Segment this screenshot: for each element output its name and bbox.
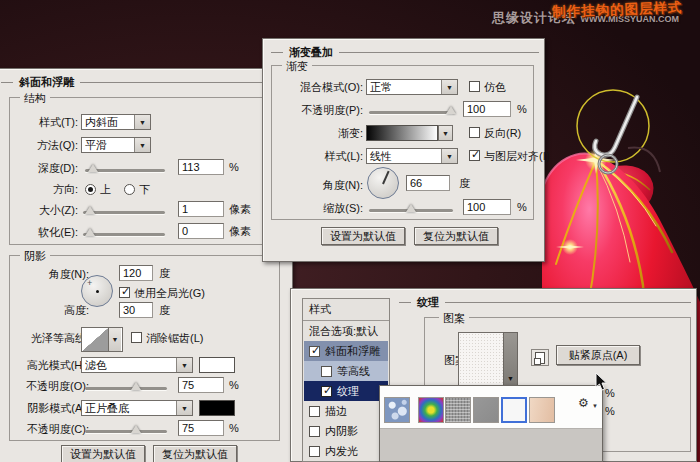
size-slider-track[interactable]: [83, 211, 165, 214]
list-item-blending-options[interactable]: 混合选项:默认: [304, 321, 388, 341]
bevel-style-select[interactable]: 内斜面 ▼: [81, 114, 151, 130]
checkbox-icon[interactable]: [309, 446, 320, 457]
blend-mode-select[interactable]: 正常 ▼: [366, 79, 458, 95]
new-pattern-icon[interactable]: [531, 349, 549, 366]
shadow-opacity-thumb[interactable]: [131, 425, 141, 433]
reverse-checkbox[interactable]: [469, 127, 480, 138]
direction-up-label: 上: [100, 183, 111, 196]
gradient-swatch[interactable]: [366, 125, 438, 141]
bevel-style-value: 内斜面: [82, 115, 134, 129]
gear-icon[interactable]: ⚙: [578, 397, 589, 409]
direction-up-radio[interactable]: [85, 184, 96, 195]
checkbox-icon[interactable]: [321, 366, 332, 377]
chevron-down-icon[interactable]: ▼: [439, 126, 452, 140]
gradient-opacity-input[interactable]: 100: [463, 101, 511, 117]
pattern-thumb-blue-bubbles[interactable]: [384, 397, 410, 423]
gradient-style-label: 样式(L):: [271, 150, 363, 163]
list-item-label: 描边: [325, 404, 347, 419]
list-item-texture[interactable]: 纹理: [304, 381, 388, 401]
chevron-down-icon[interactable]: ▼: [176, 401, 192, 415]
list-item-label: 斜面和浮雕: [325, 344, 380, 359]
scale-unit: %: [517, 201, 527, 214]
gradient-opacity-unit: %: [517, 103, 527, 116]
reverse-label: 反向(R): [484, 127, 521, 140]
gradient-picker-dropdown[interactable]: ▼: [438, 125, 453, 141]
pattern-thumb-gray-noise[interactable]: [473, 397, 499, 423]
highlight-opacity-unit: %: [229, 379, 239, 392]
list-item-label: 等高线: [337, 364, 370, 379]
depth-input[interactable]: 113: [178, 159, 224, 175]
gradient-opacity-track[interactable]: [369, 111, 453, 114]
shadow-mode-select[interactable]: 正片叠底 ▼: [81, 400, 193, 416]
checkbox-icon[interactable]: [321, 386, 332, 397]
pattern-thumb-white-selected[interactable]: [501, 397, 527, 423]
gradient-reset-default-button[interactable]: 复位为默认值: [414, 227, 498, 245]
size-label: 大小(Z):: [0, 204, 78, 217]
depth-slider-thumb[interactable]: [88, 164, 98, 172]
highlight-opacity-input[interactable]: 75: [178, 377, 224, 393]
blend-mode-value: 正常: [367, 80, 441, 94]
dither-checkbox[interactable]: [469, 81, 480, 92]
pattern-thumb-tie-dye[interactable]: [418, 397, 444, 423]
list-item-stroke[interactable]: 描边: [304, 401, 388, 421]
align-layer-checkbox[interactable]: [469, 150, 480, 161]
gloss-contour-swatch[interactable]: [81, 327, 109, 352]
size-input[interactable]: 1: [178, 201, 224, 217]
scale-input[interactable]: 100: [463, 199, 511, 215]
gloss-contour-dropdown[interactable]: ▼: [109, 327, 123, 352]
size-slider-thumb[interactable]: [85, 206, 95, 214]
highlight-color-swatch[interactable]: [199, 357, 235, 373]
altitude-input[interactable]: 30: [119, 302, 153, 318]
chevron-down-icon[interactable]: ▼: [592, 403, 598, 409]
antialias-label: 消除锯齿(L): [146, 332, 203, 345]
pattern-thumb-tan[interactable]: [529, 397, 555, 423]
global-light-label: 使用全局光(G): [134, 287, 205, 300]
chevron-down-icon[interactable]: ▼: [441, 149, 457, 163]
antialias-checkbox[interactable]: [131, 332, 142, 343]
gradient-angle-dial[interactable]: [367, 167, 399, 199]
scale-thumb[interactable]: [406, 204, 416, 212]
chevron-down-icon[interactable]: ▼: [441, 80, 457, 94]
soften-slider-track[interactable]: [83, 233, 165, 236]
gradient-angle-input[interactable]: 66: [406, 175, 450, 191]
bevel-reset-default-button[interactable]: 复位为默认值: [153, 445, 237, 462]
shadow-color-swatch[interactable]: [199, 400, 235, 416]
snap-to-origin-button[interactable]: 贴紧原点(A): [556, 345, 640, 365]
chevron-down-icon[interactable]: ▼: [109, 328, 121, 351]
chevron-down-icon[interactable]: ▼: [176, 358, 192, 372]
list-item-inner-shadow[interactable]: 内阴影: [304, 421, 388, 441]
list-item-inner-glow[interactable]: 内发光: [304, 441, 388, 461]
direction-down-radio[interactable]: [124, 184, 135, 195]
shadow-opacity-input[interactable]: 75: [178, 420, 224, 436]
shadow-opacity-track[interactable]: [85, 430, 167, 433]
checkbox-icon[interactable]: [309, 426, 320, 437]
checkbox-icon[interactable]: [309, 406, 320, 417]
angle-cross-icon: +: [87, 278, 92, 288]
soften-slider-thumb[interactable]: [85, 228, 95, 236]
highlight-opacity-track[interactable]: [85, 387, 167, 390]
gradient-set-default-button[interactable]: 设置为默认值: [321, 227, 405, 245]
angle-input[interactable]: 120: [119, 265, 153, 281]
global-angle-dial[interactable]: +: [81, 275, 113, 307]
gradient-style-select[interactable]: 线性 ▼: [366, 148, 458, 164]
pattern-picker-popup: ⚙ ▼: [379, 385, 603, 462]
angle-unit: 度: [159, 267, 170, 280]
pattern-picker-button[interactable]: ▼: [503, 332, 518, 386]
pattern-swatch[interactable]: [458, 332, 504, 386]
soften-input[interactable]: 0: [178, 223, 224, 239]
structure-group-title: 结构: [20, 91, 50, 106]
bevel-method-select[interactable]: 平滑 ▼: [81, 137, 151, 153]
global-light-checkbox[interactable]: [119, 287, 130, 298]
chevron-down-icon[interactable]: ▼: [134, 115, 150, 129]
highlight-mode-select[interactable]: 滤色 ▼: [81, 357, 193, 373]
highlight-opacity-thumb[interactable]: [131, 382, 141, 390]
list-item-contour[interactable]: 等高线: [304, 361, 388, 381]
checkbox-icon[interactable]: [309, 346, 320, 357]
list-item-bevel-emboss[interactable]: 斜面和浮雕: [304, 341, 388, 361]
chevron-down-icon: ▼: [507, 375, 514, 382]
pattern-group-title: 图案: [439, 311, 469, 326]
bevel-set-default-button[interactable]: 设置为默认值: [61, 445, 145, 462]
gradient-opacity-thumb[interactable]: [446, 106, 456, 114]
chevron-down-icon[interactable]: ▼: [134, 138, 150, 152]
pattern-thumb-gray-weave[interactable]: [445, 397, 471, 423]
